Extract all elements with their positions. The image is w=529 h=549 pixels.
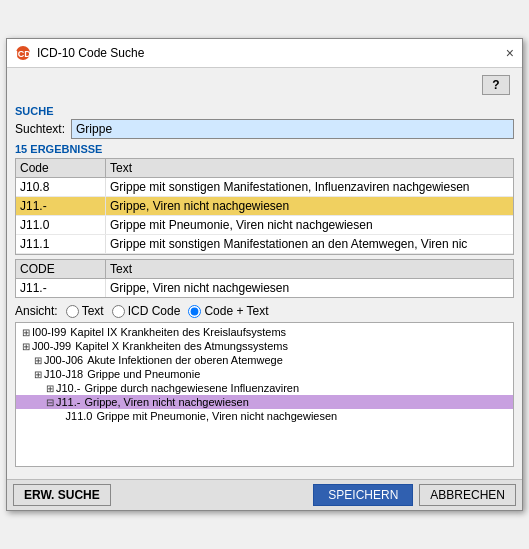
- results-count-label: 15 ERGEBNISSE: [15, 143, 514, 155]
- tree-toggle-icon[interactable]: ⊟: [46, 397, 54, 408]
- tree-node-text: Grippe durch nachgewiesene Influenzavire…: [84, 382, 299, 394]
- tree-node-text: Grippe mit Pneumonie, Viren nicht nachge…: [96, 410, 337, 422]
- code-header-label: CODE: [16, 260, 106, 278]
- tree-toggle-icon[interactable]: ⊞: [22, 341, 30, 352]
- tree-node[interactable]: ⊞ I00-I99 Kapitel IX Krankheiten des Kre…: [16, 325, 513, 339]
- title-bar: ICD ICD-10 Code Suche ×: [7, 39, 522, 68]
- code-row: J11.- Grippe, Viren nicht nachgewiesen: [16, 279, 513, 297]
- radio-code-text[interactable]: Code + Text: [188, 304, 268, 318]
- tree-toggle-icon[interactable]: ⊞: [22, 327, 30, 338]
- col-header-text: Text: [106, 159, 513, 177]
- svg-text:ICD: ICD: [15, 49, 31, 59]
- view-label: Ansicht:: [15, 304, 58, 318]
- cell-text: Grippe mit sonstigen Manifestationen, In…: [106, 178, 513, 196]
- cell-text: Grippe, Viren nicht nachgewiesen: [106, 197, 513, 215]
- tree-node-text: Kapitel X Krankheiten des Atmungssystems: [75, 340, 288, 352]
- tree-node-text: Akute Infektionen der oberen Atemwege: [87, 354, 283, 366]
- tree-container[interactable]: ⊞ I00-I99 Kapitel IX Krankheiten des Kre…: [15, 322, 514, 467]
- tree-node-code: J00-J99: [32, 340, 71, 352]
- icd-dialog: ICD ICD-10 Code Suche × ? SUCHE Suchtext…: [6, 38, 523, 511]
- cell-code: J11.-: [16, 197, 106, 215]
- dialog-title: ICD-10 Code Suche: [37, 46, 144, 60]
- erw-suche-button[interactable]: ERW. SUCHE: [13, 484, 111, 506]
- tree-node-code: J11.-: [56, 396, 80, 408]
- radio-code-text-label: Code + Text: [204, 304, 268, 318]
- table-scroll-area[interactable]: J10.8 Grippe mit sonstigen Manifestation…: [16, 178, 513, 254]
- tree-node[interactable]: ⊞ J00-J99 Kapitel X Krankheiten des Atmu…: [16, 339, 513, 353]
- radio-text-label: Text: [82, 304, 104, 318]
- table-row[interactable]: J11.- Grippe, Viren nicht nachgewiesen: [16, 197, 513, 216]
- tree-node-code: J00-J06: [44, 354, 83, 366]
- view-row: Ansicht: Text ICD Code Code + Text: [15, 304, 514, 318]
- content-area: SUCHE Suchtext: 15 ERGEBNISSE Code Text …: [7, 97, 522, 479]
- close-button[interactable]: ×: [506, 46, 514, 60]
- suche-section-label: SUCHE: [15, 105, 514, 117]
- code-text-value: Grippe, Viren nicht nachgewiesen: [106, 279, 513, 297]
- radio-icd-input[interactable]: [112, 305, 125, 318]
- results-table: Code Text J10.8 Grippe mit sonstigen Man…: [15, 158, 514, 255]
- tree-node[interactable]: J11.0 Grippe mit Pneumonie, Viren nicht …: [16, 409, 513, 423]
- code-value: J11.-: [16, 279, 106, 297]
- tree-node-code: J11.0: [66, 410, 93, 422]
- tree-toggle-icon[interactable]: ⊞: [34, 369, 42, 380]
- search-label: Suchtext:: [15, 122, 65, 136]
- table-row[interactable]: J11.0 Grippe mit Pneumonie, Viren nicht …: [16, 216, 513, 235]
- search-row: Suchtext:: [15, 119, 514, 139]
- table-row[interactable]: J10.8 Grippe mit sonstigen Manifestation…: [16, 178, 513, 197]
- tree-node[interactable]: ⊞ J10-J18 Grippe und Pneumonie: [16, 367, 513, 381]
- bottom-right-btns: SPEICHERN ABBRECHEN: [313, 484, 516, 506]
- save-button[interactable]: SPEICHERN: [313, 484, 413, 506]
- cancel-button[interactable]: ABBRECHEN: [419, 484, 516, 506]
- tree-toggle-icon[interactable]: ⊞: [34, 355, 42, 366]
- cell-text: Grippe mit sonstigen Manifestationen an …: [106, 235, 513, 253]
- col-header-code: Code: [16, 159, 106, 177]
- tree-toggle-spacer: [58, 411, 64, 422]
- title-bar-left: ICD ICD-10 Code Suche: [15, 45, 144, 61]
- tree-node-code: J10-J18: [44, 368, 83, 380]
- tree-node-highlighted[interactable]: ⊟ J11.- Grippe, Viren nicht nachgewiesen: [16, 395, 513, 409]
- table-header: Code Text: [16, 159, 513, 178]
- tree-node[interactable]: ⊞ J00-J06 Akute Infektionen der oberen A…: [16, 353, 513, 367]
- code-header-text: Text: [106, 260, 513, 278]
- cell-code: J11.0: [16, 216, 106, 234]
- tree-node-text: Grippe, Viren nicht nachgewiesen: [84, 396, 248, 408]
- search-input[interactable]: [71, 119, 514, 139]
- tree-node[interactable]: ⊞ J10.- Grippe durch nachgewiesene Influ…: [16, 381, 513, 395]
- tree-node-text: Grippe und Pneumonie: [87, 368, 200, 380]
- radio-icd[interactable]: ICD Code: [112, 304, 181, 318]
- radio-icd-label: ICD Code: [128, 304, 181, 318]
- radio-code-text-input[interactable]: [188, 305, 201, 318]
- tree-node-code: I00-I99: [32, 326, 66, 338]
- table-row[interactable]: J11.1 Grippe mit sonstigen Manifestation…: [16, 235, 513, 254]
- tree-node-code: J10.-: [56, 382, 80, 394]
- help-button[interactable]: ?: [482, 75, 510, 95]
- cell-code: J10.8: [16, 178, 106, 196]
- tree-toggle-icon[interactable]: ⊞: [46, 383, 54, 394]
- radio-text-input[interactable]: [66, 305, 79, 318]
- bottom-bar: ERW. SUCHE SPEICHERN ABBRECHEN: [7, 479, 522, 510]
- app-icon: ICD: [15, 45, 31, 61]
- code-section-header: CODE Text: [16, 260, 513, 279]
- code-section: CODE Text J11.- Grippe, Viren nicht nach…: [15, 259, 514, 298]
- cell-code: J11.1: [16, 235, 106, 253]
- help-row: ?: [7, 68, 522, 97]
- tree-node-text: Kapitel IX Krankheiten des Kreislaufsyst…: [70, 326, 286, 338]
- cell-text: Grippe mit Pneumonie, Viren nicht nachge…: [106, 216, 513, 234]
- radio-text[interactable]: Text: [66, 304, 104, 318]
